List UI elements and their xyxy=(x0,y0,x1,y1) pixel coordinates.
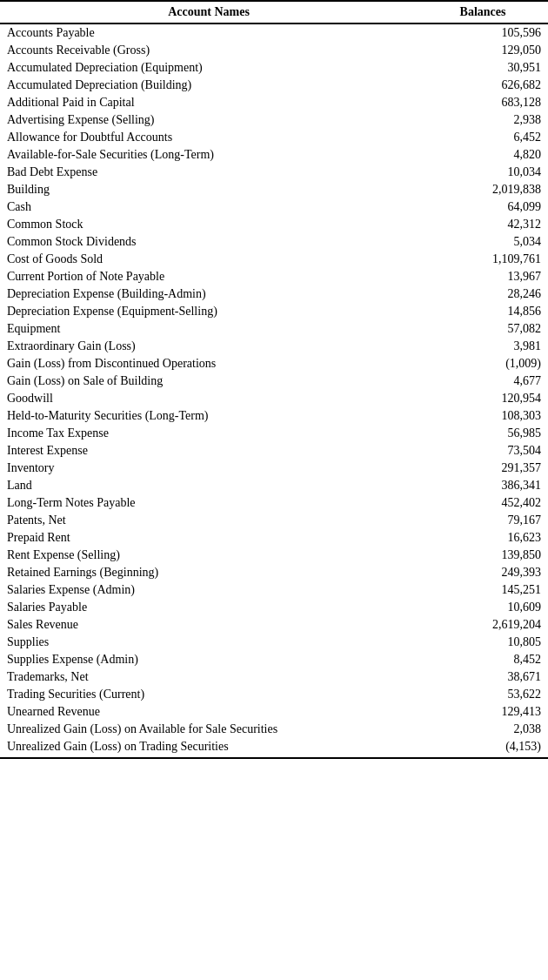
balance-cell: 4,677 xyxy=(418,373,548,390)
account-name-cell: Trademarks, Net xyxy=(0,668,418,686)
table-row: Prepaid Rent16,623 xyxy=(0,529,548,547)
table-row: Additional Paid in Capital683,128 xyxy=(0,94,548,111)
main-table-container: Account Names Balances Accounts Payable1… xyxy=(0,0,548,759)
table-row: Income Tax Expense56,985 xyxy=(0,425,548,442)
table-row: Sales Revenue2,619,204 xyxy=(0,616,548,634)
balance-cell: 10,805 xyxy=(418,634,548,651)
table-row: Inventory291,357 xyxy=(0,460,548,477)
table-row: Equipment57,082 xyxy=(0,320,548,338)
account-name-cell: Accounts Payable xyxy=(0,23,418,42)
table-row: Allowance for Doubtful Accounts6,452 xyxy=(0,129,548,146)
balance-cell: 30,951 xyxy=(418,59,548,77)
table-row: Building2,019,838 xyxy=(0,181,548,198)
balance-cell: 3,981 xyxy=(418,338,548,355)
account-name-cell: Goodwill xyxy=(0,390,418,407)
table-row: Supplies Expense (Admin)8,452 xyxy=(0,651,548,668)
column-header-balances: Balances xyxy=(418,1,548,23)
table-row: Accounts Payable105,596 xyxy=(0,23,548,42)
balance-cell: 683,128 xyxy=(418,94,548,111)
balance-cell: 129,050 xyxy=(418,42,548,59)
account-name-cell: Gain (Loss) from Discontinued Operations xyxy=(0,355,418,373)
account-name-cell: Interest Expense xyxy=(0,442,418,460)
balance-cell: 64,099 xyxy=(418,198,548,216)
balance-cell: 38,671 xyxy=(418,668,548,686)
balance-cell: 42,312 xyxy=(418,216,548,233)
balance-cell: 452,402 xyxy=(418,494,548,512)
account-name-cell: Allowance for Doubtful Accounts xyxy=(0,129,418,146)
table-row: Salaries Expense (Admin)145,251 xyxy=(0,581,548,599)
account-name-cell: Supplies xyxy=(0,634,418,651)
balance-cell: 14,856 xyxy=(418,303,548,320)
account-name-cell: Advertising Expense (Selling) xyxy=(0,111,418,129)
account-name-cell: Common Stock Dividends xyxy=(0,233,418,251)
balance-cell: 57,082 xyxy=(418,320,548,338)
table-row: Gain (Loss) from Discontinued Operations… xyxy=(0,355,548,373)
table-row: Retained Earnings (Beginning)249,393 xyxy=(0,564,548,581)
table-row: Unearned Revenue129,413 xyxy=(0,703,548,721)
balance-cell: 105,596 xyxy=(418,23,548,42)
account-name-cell: Land xyxy=(0,477,418,494)
table-row: Goodwill120,954 xyxy=(0,390,548,407)
account-name-cell: Patents, Net xyxy=(0,512,418,529)
account-name-cell: Common Stock xyxy=(0,216,418,233)
account-name-cell: Prepaid Rent xyxy=(0,529,418,547)
balance-cell: 2,019,838 xyxy=(418,181,548,198)
balance-cell: 249,393 xyxy=(418,564,548,581)
table-row: Trading Securities (Current)53,622 xyxy=(0,686,548,703)
table-row: Rent Expense (Selling)139,850 xyxy=(0,547,548,564)
balance-cell: 2,038 xyxy=(418,721,548,738)
balance-cell: 626,682 xyxy=(418,77,548,94)
account-name-cell: Bad Debt Expense xyxy=(0,164,418,181)
table-row: Held-to-Maturity Securities (Long-Term)1… xyxy=(0,407,548,425)
account-name-cell: Additional Paid in Capital xyxy=(0,94,418,111)
balance-cell: 10,609 xyxy=(418,599,548,616)
balance-cell: 28,246 xyxy=(418,285,548,303)
balance-cell: 129,413 xyxy=(418,703,548,721)
table-row: Cash64,099 xyxy=(0,198,548,216)
balance-cell: 10,034 xyxy=(418,164,548,181)
table-row: Salaries Payable10,609 xyxy=(0,599,548,616)
account-name-cell: Accumulated Depreciation (Equipment) xyxy=(0,59,418,77)
account-name-cell: Unrealized Gain (Loss) on Trading Securi… xyxy=(0,738,418,758)
accounts-table: Account Names Balances Accounts Payable1… xyxy=(0,0,548,759)
balance-cell: 53,622 xyxy=(418,686,548,703)
table-row: Patents, Net79,167 xyxy=(0,512,548,529)
table-row: Common Stock Dividends5,034 xyxy=(0,233,548,251)
balance-cell: 120,954 xyxy=(418,390,548,407)
table-row: Unrealized Gain (Loss) on Trading Securi… xyxy=(0,738,548,758)
table-row: Common Stock42,312 xyxy=(0,216,548,233)
table-row: Accumulated Depreciation (Equipment)30,9… xyxy=(0,59,548,77)
balance-cell: 291,357 xyxy=(418,460,548,477)
account-name-cell: Depreciation Expense (Equipment-Selling) xyxy=(0,303,418,320)
table-row: Supplies10,805 xyxy=(0,634,548,651)
account-name-cell: Unearned Revenue xyxy=(0,703,418,721)
account-name-cell: Extraordinary Gain (Loss) xyxy=(0,338,418,355)
balance-cell: 4,820 xyxy=(418,146,548,164)
account-name-cell: Current Portion of Note Payable xyxy=(0,268,418,285)
account-name-cell: Cost of Goods Sold xyxy=(0,251,418,268)
table-row: Extraordinary Gain (Loss)3,981 xyxy=(0,338,548,355)
table-row: Bad Debt Expense10,034 xyxy=(0,164,548,181)
table-row: Accumulated Depreciation (Building)626,6… xyxy=(0,77,548,94)
account-name-cell: Salaries Expense (Admin) xyxy=(0,581,418,599)
account-name-cell: Income Tax Expense xyxy=(0,425,418,442)
account-name-cell: Building xyxy=(0,181,418,198)
account-name-cell: Salaries Payable xyxy=(0,599,418,616)
account-name-cell: Inventory xyxy=(0,460,418,477)
table-row: Unrealized Gain (Loss) on Available for … xyxy=(0,721,548,738)
balance-cell: 2,619,204 xyxy=(418,616,548,634)
balance-cell: 2,938 xyxy=(418,111,548,129)
table-row: Depreciation Expense (Equipment-Selling)… xyxy=(0,303,548,320)
account-name-cell: Long-Term Notes Payable xyxy=(0,494,418,512)
table-row: Trademarks, Net38,671 xyxy=(0,668,548,686)
account-name-cell: Depreciation Expense (Building-Admin) xyxy=(0,285,418,303)
balance-cell: 79,167 xyxy=(418,512,548,529)
table-row: Advertising Expense (Selling)2,938 xyxy=(0,111,548,129)
table-row: Interest Expense73,504 xyxy=(0,442,548,460)
balance-cell: 56,985 xyxy=(418,425,548,442)
table-row: Available-for-Sale Securities (Long-Term… xyxy=(0,146,548,164)
table-row: Long-Term Notes Payable452,402 xyxy=(0,494,548,512)
account-name-cell: Held-to-Maturity Securities (Long-Term) xyxy=(0,407,418,425)
table-row: Cost of Goods Sold1,109,761 xyxy=(0,251,548,268)
account-name-cell: Equipment xyxy=(0,320,418,338)
